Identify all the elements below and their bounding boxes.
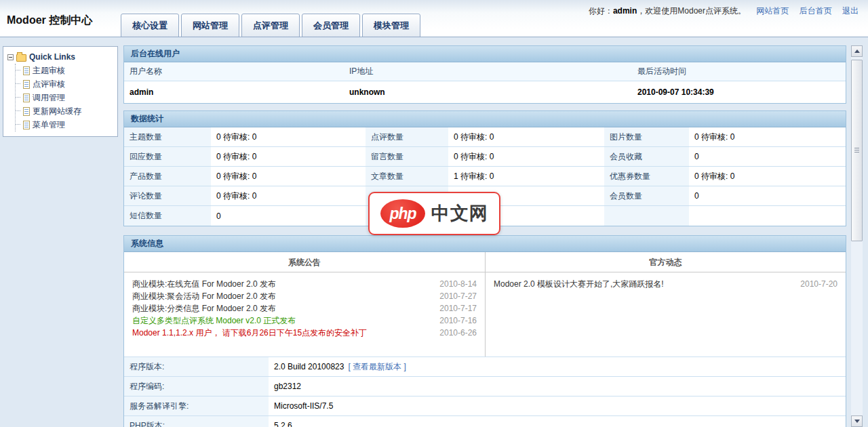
stat-label (604, 206, 689, 226)
greeting-suffix: ，欢迎使用Modoer点评系统。 (637, 6, 746, 16)
stat-value: 0 (211, 206, 366, 226)
sidebar-item-label: 点评审核 (33, 79, 65, 90)
document-icon (23, 80, 30, 89)
username: admin (613, 6, 637, 16)
document-icon (23, 121, 30, 129)
stat-value: 0 (689, 186, 846, 205)
greeting-prefix: 你好： (589, 6, 613, 16)
stat-value (689, 206, 846, 226)
stat-label: 会员收藏 (604, 147, 689, 166)
stat-label: 优惠券数量 (604, 167, 689, 186)
announcement-item-security: Modoer 1.1,1.2.x 用户， 请下载6月26日下午15点发布的安全补… (132, 327, 477, 339)
stat-value: 0 待审核: 0 (689, 167, 846, 186)
official-news-column: 官方动态 Modoer 2.0 模板设计大赛开始了,大家踊跃报名! 2010-7… (485, 252, 846, 357)
stat-value: 1 待审核: 0 (448, 167, 604, 186)
arrow-up-icon (854, 49, 860, 53)
detail-label: 服务器解译引擎: (124, 396, 269, 415)
stat-value: 0 待审核: 0 (448, 147, 604, 166)
detail-row-php-version: PHP版本: 5.2.6 (124, 416, 846, 427)
sidebar-item-label: 调用管理 (33, 92, 65, 104)
stat-label: 产品数量 (124, 167, 211, 186)
announcement-item: 商业模块:分类信息 For Modoer 2.0 发布 2010-7-17 (132, 302, 477, 314)
online-user-row: admin unknown 2010-09-07 10:34:39 (124, 81, 846, 103)
sidebar-item-theme-audit[interactable]: 主题审核 (16, 64, 115, 77)
detail-value: 5.2.6 (269, 416, 846, 427)
document-icon (23, 94, 30, 102)
announcements-column: 系统公告 商业模块:在线充值 For Modoer 2.0 发布 2010-8-… (124, 252, 485, 357)
scrollbar-thumb[interactable] (851, 60, 863, 241)
tab-core-settings[interactable]: 核心设置 (121, 14, 179, 37)
tab-review-management[interactable]: 点评管理 (241, 14, 300, 37)
sidebar-item-review-audit[interactable]: 点评审核 (16, 77, 115, 91)
announcement-date: 2010-7-16 (433, 314, 477, 327)
quick-links-panel: Quick Links 主题审核 点评审核 调用管理 更新网站缓存 菜单管理 (3, 46, 118, 137)
announcement-text: Modoer 1.1,1.2.x 用户， 请下载6月26日下午15点发布的安全补… (132, 327, 367, 339)
page-title: Modoer 控制中心 (7, 14, 92, 28)
sidebar-item-menu-management[interactable]: 菜单管理 (16, 118, 115, 131)
collapse-icon[interactable] (7, 54, 14, 60)
online-last-active: 2010-09-07 10:34:39 (632, 87, 846, 97)
folder-icon (16, 54, 26, 62)
detail-row-server-engine: 服务器解译引擎: Microsoft-IIS/7.5 (124, 396, 846, 416)
announcement-date: 2010-8-14 (433, 278, 477, 290)
sidebar-item-label: 菜单管理 (33, 119, 65, 131)
arrow-down-icon (854, 420, 860, 423)
detail-value: Microsoft-IIS/7.5 (269, 396, 846, 415)
quick-links-list: 主题审核 点评审核 调用管理 更新网站缓存 菜单管理 (15, 64, 115, 131)
announcements-header: 系统公告 (124, 252, 485, 272)
sidebar-item-update-site-cache[interactable]: 更新网站缓存 (16, 104, 115, 118)
official-news-text: Modoer 2.0 模板设计大赛开始了,大家踊跃报名! (494, 278, 664, 290)
system-info-section: 系统信息 系统公告 商业模块:在线充值 For Modoer 2.0 发布 20… (123, 235, 846, 427)
vertical-scrollbar[interactable] (851, 45, 863, 427)
online-ip: unknown (344, 87, 632, 97)
link-admin-home[interactable]: 后台首页 (800, 6, 832, 16)
top-header: Modoer 控制中心 你好：admin，欢迎使用Modoer点评系统。 网站首… (0, 0, 868, 37)
tab-module-management[interactable]: 模块管理 (362, 14, 420, 37)
stat-value: 0 待审核: 0 (689, 127, 846, 146)
stat-value: 0 待审核: 0 (211, 167, 366, 186)
stat-label: 点评数量 (366, 127, 448, 146)
link-logout[interactable]: 退出 (842, 6, 859, 16)
stat-label: 留言数量 (366, 147, 448, 166)
scroll-up-button[interactable] (851, 45, 863, 57)
php-cn-watermark: php 中文网 (368, 192, 500, 235)
stat-label: 图片数量 (604, 127, 689, 146)
main-tabs: 核心设置 网站管理 点评管理 会员管理 模块管理 (121, 14, 420, 37)
link-check-latest-version[interactable]: [ 查看最新版本 ] (348, 361, 406, 373)
quick-links-root[interactable]: Quick Links (7, 50, 115, 64)
online-username: admin (124, 87, 344, 97)
stat-value: 0 待审核: 0 (211, 127, 366, 146)
tab-site-management[interactable]: 网站管理 (181, 14, 239, 37)
quick-links-label: Quick Links (29, 52, 75, 62)
stat-label: 主题数量 (124, 127, 211, 146)
detail-label: 程序版本: (124, 357, 269, 376)
stat-label: 评论数量 (124, 186, 211, 205)
announcement-item: 商业模块:在线充值 For Modoer 2.0 发布 2010-8-14 (132, 278, 477, 290)
stat-value: 0 待审核: 0 (211, 186, 366, 205)
sidebar-item-call-management[interactable]: 调用管理 (16, 91, 115, 104)
stat-label: 回应数量 (124, 147, 211, 166)
stat-value: 0 待审核: 0 (211, 147, 366, 166)
announcement-item: 商业模块:聚会活动 For Modoer 2.0 发布 2010-7-27 (132, 290, 477, 302)
stat-row: 主题数量 0 待审核: 0 点评数量 0 待审核: 0 图片数量 0 待审核: … (124, 127, 846, 147)
announcement-text: 商业模块:在线充值 For Modoer 2.0 发布 (132, 278, 276, 290)
announcement-item-release: 自定义多类型点评系统 Modoer v2.0 正式发布 2010-7-16 (132, 314, 477, 327)
stat-value: 0 (689, 147, 846, 166)
stat-value: 0 待审核: 0 (448, 127, 604, 146)
stat-label: 文章数量 (366, 167, 448, 186)
online-users-title: 后台在线用户 (124, 46, 846, 62)
detail-label: PHP版本: (124, 416, 269, 427)
announcement-text: 自定义多类型点评系统 Modoer v2.0 正式发布 (132, 314, 296, 327)
announcement-date: 2010-6-26 (433, 327, 477, 339)
detail-value: 2.0 Build 20100823 (274, 362, 344, 371)
announcement-text: 商业模块:聚会活动 For Modoer 2.0 发布 (132, 290, 276, 302)
link-site-home[interactable]: 网站首页 (756, 6, 789, 16)
announcement-text: 商业模块:分类信息 For Modoer 2.0 发布 (132, 302, 276, 314)
news-columns: 系统公告 商业模块:在线充值 For Modoer 2.0 发布 2010-8-… (124, 252, 846, 357)
detail-value: gb2312 (269, 377, 846, 396)
detail-row-version: 程序版本: 2.0 Build 20100823[ 查看最新版本 ] (124, 357, 846, 377)
php-logo-icon: php (380, 199, 425, 228)
tab-member-management[interactable]: 会员管理 (302, 14, 360, 37)
scroll-down-button[interactable] (851, 415, 863, 427)
sidebar-item-label: 主题审核 (33, 65, 65, 77)
